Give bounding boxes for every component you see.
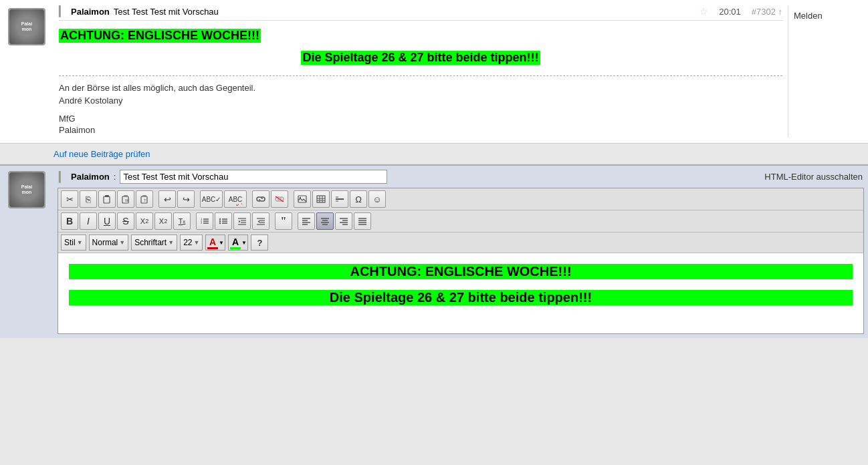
- html-toggle-link[interactable]: HTML-Editor ausschalten: [764, 172, 863, 182]
- melden-link[interactable]: Melden: [794, 11, 823, 21]
- help-button[interactable]: ?: [251, 235, 268, 251]
- ul-icon: [219, 217, 228, 225]
- svg-point-29: [219, 220, 221, 222]
- paste-icon: [102, 194, 112, 204]
- editor-title-input[interactable]: [120, 170, 387, 184]
- italic-button[interactable]: I: [80, 212, 97, 230]
- post-content: ▎ Palaimon Test Test Test mit Vorschau ☆…: [53, 5, 788, 138]
- bg-color-dropdown-icon[interactable]: ▼: [241, 240, 247, 246]
- editor-section: Palaimon ▎ Palaimon : HTML-Editor aussch…: [0, 164, 868, 338]
- svg-text:T: T: [144, 198, 146, 202]
- post-id: #7302 ↑: [752, 7, 782, 17]
- post-headline1: ACHTUNG: ENGLISCHE WOCHE!!!: [59, 29, 261, 43]
- font-label: Schriftart: [134, 238, 167, 247]
- font-color-button[interactable]: A ▼: [205, 235, 225, 251]
- removeformat-button[interactable]: Tx: [173, 212, 191, 230]
- post-headline2: Die Spieltage 26 & 27 bitte beide tippen…: [301, 51, 540, 65]
- post-mfg: MfG: [59, 114, 782, 124]
- align-right-button[interactable]: [335, 212, 352, 230]
- ordered-list-button[interactable]: 123: [196, 212, 213, 230]
- insert-omega-button[interactable]: Ω: [350, 190, 367, 208]
- justify-button[interactable]: [354, 212, 371, 230]
- unordered-list-button[interactable]: [215, 212, 232, 230]
- undo-button[interactable]: ↩: [158, 190, 176, 208]
- post-pipe-icon: ▎: [59, 5, 67, 17]
- align-center-button[interactable]: [316, 212, 334, 230]
- post-title: Test Test Test mit Vorschau: [114, 7, 219, 17]
- editor-content-headline2-container: Die Spieltage 26 & 27 bitte beide tippen…: [69, 290, 853, 305]
- subscript-button[interactable]: X2: [136, 212, 153, 230]
- post-quote-text: An der Börse ist alles möglich, auch das…: [59, 83, 782, 93]
- paste-plain-icon: T: [140, 194, 149, 204]
- insert-table-button[interactable]: [312, 190, 330, 208]
- post-sig: Palaimon: [59, 125, 782, 135]
- indent-button[interactable]: [233, 212, 251, 230]
- blockquote-button[interactable]: ": [275, 212, 292, 230]
- insert-link-button[interactable]: [252, 190, 269, 208]
- editor-pipe-icon: ▎: [59, 171, 67, 183]
- editor-colon: :: [114, 172, 116, 182]
- post-id-arrow-icon: ↑: [778, 7, 783, 17]
- post-section: Palaimon ▎ Palaimon Test Test Test mit V…: [0, 0, 868, 144]
- editor-avatar-text: Palaimon: [21, 184, 32, 194]
- align-center-icon: [320, 217, 330, 225]
- font-arrow-icon: ▼: [168, 239, 174, 246]
- stil-label: Stil: [64, 238, 76, 247]
- bold-button[interactable]: B: [61, 212, 78, 230]
- superscript-button[interactable]: X2: [154, 212, 172, 230]
- stil-select[interactable]: Stil ▼: [61, 235, 86, 251]
- font-color-bar: [207, 247, 218, 249]
- size-select[interactable]: 22 ▼: [180, 235, 203, 251]
- check-new-link[interactable]: Auf neue Beiträge prüfen: [53, 149, 150, 159]
- normal-select[interactable]: Normal ▼: [89, 235, 129, 251]
- avatar: Palaimon: [8, 8, 45, 45]
- align-left-icon: [302, 217, 311, 225]
- paste-word-button[interactable]: W: [117, 190, 134, 208]
- unlink-icon: [275, 196, 284, 202]
- editor-content-area[interactable]: ACHTUNG: ENGLISCHE WOCHE!!! Die Spieltag…: [58, 253, 863, 333]
- editor-avatar-inner: Palaimon: [9, 172, 44, 207]
- insert-hr-button[interactable]: [331, 190, 348, 208]
- font-select[interactable]: Schriftart ▼: [131, 235, 177, 251]
- toolbar-row2: B I U S X2 X2 Tx 123: [58, 210, 863, 232]
- post-header-left: ▎ Palaimon Test Test Test mit Vorschau: [59, 5, 219, 17]
- hr-icon: [335, 195, 344, 203]
- bg-color-bar: [230, 247, 241, 249]
- spellcheck-button[interactable]: ABC✓: [200, 190, 223, 208]
- redo-button[interactable]: ↪: [177, 190, 195, 208]
- copy-button[interactable]: ⎘: [80, 190, 97, 208]
- toolbar-row3: Stil ▼ Normal ▼ Schriftart ▼ 22: [58, 232, 863, 253]
- cut-button[interactable]: ✂: [61, 190, 78, 208]
- spellcheck2-button[interactable]: ABC: [224, 190, 247, 208]
- paste-button[interactable]: [98, 190, 116, 208]
- post-id-number[interactable]: #7302: [752, 7, 776, 17]
- paste-plain-button[interactable]: T: [136, 190, 153, 208]
- insert-image-button[interactable]: [294, 190, 311, 208]
- ol-icon: 123: [200, 217, 209, 225]
- editor-avatar: Palaimon: [8, 171, 45, 208]
- underline-button[interactable]: U: [98, 212, 116, 230]
- font-color-a-icon: A: [209, 237, 216, 247]
- strikethrough-button[interactable]: S: [117, 212, 134, 230]
- normal-label: Normal: [92, 238, 118, 247]
- remove-link-button[interactable]: [271, 190, 288, 208]
- outdent-button[interactable]: [252, 212, 269, 230]
- svg-text:3: 3: [201, 221, 203, 224]
- svg-text:W: W: [125, 198, 129, 202]
- font-color-dropdown-icon[interactable]: ▼: [219, 240, 224, 246]
- editor-content-headline2: Die Spieltage 26 & 27 bitte beide tippen…: [69, 290, 853, 305]
- bg-color-inner: A: [230, 237, 241, 249]
- align-left-button[interactable]: [298, 212, 315, 230]
- post-headline2-container: Die Spieltage 26 & 27 bitte beide tippen…: [59, 51, 782, 69]
- post-header: ▎ Palaimon Test Test Test mit Vorschau ☆…: [59, 5, 782, 21]
- svg-point-28: [219, 218, 221, 220]
- bg-color-button[interactable]: A ▼: [228, 235, 248, 251]
- post-divider: [59, 75, 782, 76]
- post-star-icon[interactable]: ☆: [699, 6, 708, 17]
- spellcheck-icon: ABC✓: [202, 196, 221, 203]
- align-right-icon: [339, 217, 348, 225]
- post-avatar: Palaimon: [0, 5, 53, 138]
- svg-rect-1: [105, 195, 109, 197]
- insert-emoji-button[interactable]: ☺: [368, 190, 386, 208]
- svg-rect-11: [317, 196, 325, 202]
